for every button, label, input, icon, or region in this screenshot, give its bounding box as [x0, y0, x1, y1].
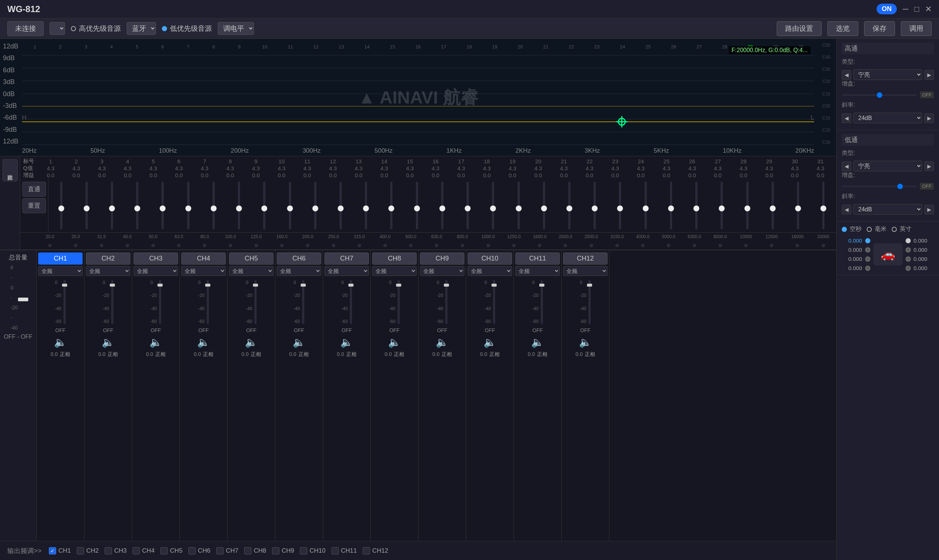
eq-slider-30[interactable] — [797, 182, 799, 229]
ch-speaker-ch5[interactable]: 🔈 — [245, 336, 258, 348]
eq-slider-20[interactable] — [543, 182, 545, 229]
eq-freq-dot-22[interactable] — [590, 244, 593, 247]
eq-slider-1[interactable] — [60, 182, 62, 229]
rsp-2-dot[interactable] — [905, 247, 911, 252]
high-pass-slope-prev[interactable]: ◀ — [842, 113, 851, 123]
eq-slider-29[interactable] — [771, 182, 774, 229]
eq-slider-26[interactable] — [695, 182, 697, 229]
ch-speaker-ch3[interactable]: 🔈 — [149, 336, 162, 348]
output-cb-ch3[interactable] — [105, 547, 112, 554]
eq-freq-dot-2[interactable] — [74, 244, 77, 247]
output-cb-ch1[interactable]: ✓ — [49, 547, 56, 554]
eq-freq-dot-13[interactable] — [357, 244, 361, 247]
ch-speaker-ch12[interactable]: 🔈 — [579, 336, 592, 348]
eq-slider-21[interactable] — [568, 182, 570, 229]
ch-select-ch8[interactable]: 全频 — [372, 266, 417, 276]
ch-fader-ch7[interactable] — [350, 280, 352, 324]
eq-slider-7[interactable] — [212, 182, 215, 229]
output-cb-ch5[interactable] — [160, 547, 168, 554]
eq-freq-dot-7[interactable] — [203, 244, 206, 247]
output-cb-ch9[interactable] — [272, 547, 279, 554]
eq-freq-dot-18[interactable] — [486, 244, 490, 247]
eq-freq-dot-25[interactable] — [667, 244, 670, 247]
ch-speaker-ch4[interactable]: 🔈 — [197, 336, 210, 348]
rsp-1-dot[interactable] — [905, 238, 911, 243]
ch-select-ch1[interactable]: 全频 — [38, 266, 83, 276]
ch-select-ch11[interactable]: 全频 — [516, 266, 560, 276]
eq-freq-dot-14[interactable] — [383, 244, 387, 247]
ch-select-ch9[interactable]: 全频 — [420, 266, 464, 276]
ch-speaker-ch6[interactable]: 🔈 — [292, 336, 305, 348]
low-priority-radio[interactable] — [162, 26, 167, 31]
select-button[interactable]: 选览 — [827, 21, 858, 36]
ch-fader-ch1[interactable] — [63, 280, 66, 324]
eq-freq-dot-3[interactable] — [100, 244, 103, 247]
eq-slider-25[interactable] — [670, 182, 672, 229]
compare-button[interactable]: 参比对比 — [3, 159, 18, 181]
eq-freq-dot-24[interactable] — [641, 244, 645, 247]
lsp-4-dot[interactable] — [865, 266, 870, 271]
output-cb-ch2[interactable] — [77, 547, 84, 554]
eq-freq-dot-28[interactable] — [744, 244, 748, 247]
eq-freq-dot-17[interactable] — [461, 244, 464, 247]
low-pass-slope-next[interactable]: ▶ — [924, 205, 934, 214]
eq-freq-dot-27[interactable] — [718, 244, 722, 247]
ch-button-ch11[interactable]: CH11 — [516, 252, 560, 265]
eq-freq-dot-15[interactable] — [409, 244, 413, 247]
maximize-button[interactable]: □ — [914, 5, 919, 14]
ch-select-ch5[interactable]: 全频 — [229, 266, 274, 276]
output-cb-ch12[interactable] — [363, 547, 370, 554]
ch-speaker-ch1[interactable]: 🔈 — [54, 336, 67, 348]
ch-fader-ch8[interactable] — [397, 280, 400, 324]
eq-slider-14[interactable] — [390, 182, 393, 229]
eq-freq-dot-21[interactable] — [563, 244, 567, 247]
low-pass-type-select[interactable]: 宁亮 — [853, 161, 922, 171]
ch-speaker-ch2[interactable]: 🔈 — [102, 336, 114, 348]
ch-speaker-ch8[interactable]: 🔈 — [388, 336, 401, 348]
ch-speaker-ch10[interactable]: 🔈 — [483, 336, 496, 348]
ch-button-ch4[interactable]: CH4 — [181, 252, 226, 265]
output-cb-ch6[interactable] — [188, 547, 195, 554]
eq-slider-12[interactable] — [340, 182, 342, 229]
ch-button-ch12[interactable]: CH12 — [563, 252, 608, 265]
save-button[interactable]: 保存 — [864, 21, 895, 36]
eq-slider-16[interactable] — [441, 182, 443, 229]
eq-slider-4[interactable] — [136, 182, 139, 229]
ch-button-ch10[interactable]: CH10 — [468, 252, 512, 265]
ch-button-ch5[interactable]: CH5 — [229, 252, 274, 265]
eq-freq-dot-23[interactable] — [615, 244, 619, 247]
eq-freq-dot-29[interactable] — [770, 244, 773, 247]
eq-slider-2[interactable] — [86, 182, 88, 229]
eq-freq-dot-5[interactable] — [151, 244, 155, 247]
eq-slider-11[interactable] — [314, 182, 316, 229]
eq-slider-23[interactable] — [619, 182, 621, 229]
lsp-1-dot[interactable] — [865, 238, 870, 243]
ch-select-ch7[interactable]: 全频 — [325, 266, 369, 276]
high-pass-type-select[interactable]: 宁亮 — [853, 69, 922, 80]
ch-fader-ch4[interactable] — [207, 280, 209, 324]
output-cb-ch10[interactable] — [300, 547, 307, 554]
eq-slider-17[interactable] — [466, 182, 469, 229]
minimize-button[interactable]: ─ — [903, 5, 908, 14]
routing-button[interactable]: 路由设置 — [777, 21, 822, 36]
lsp-2-dot[interactable] — [865, 247, 870, 252]
ch-button-ch1[interactable]: CH1 — [38, 252, 83, 265]
ch-select-ch4[interactable]: 全频 — [181, 266, 226, 276]
output-cb-ch4[interactable] — [132, 547, 140, 554]
unit-inch-radio[interactable] — [892, 227, 897, 232]
high-pass-next-button[interactable]: ▶ — [924, 70, 934, 80]
ch-fader-ch10[interactable] — [493, 280, 495, 324]
ch-fader-ch11[interactable] — [541, 280, 543, 324]
eq-freq-dot-4[interactable] — [126, 244, 129, 247]
ch-button-ch6[interactable]: CH6 — [277, 252, 321, 265]
eq-slider-9[interactable] — [263, 182, 265, 229]
on-toggle-button[interactable]: ON — [877, 4, 897, 14]
ch-select-ch12[interactable]: 全频 — [563, 266, 608, 276]
eq-slider-3[interactable] — [111, 182, 113, 229]
high-pass-prev-button[interactable]: ◀ — [842, 70, 851, 80]
rsp-4-dot[interactable] — [905, 266, 911, 271]
ch-fader-ch2[interactable] — [111, 280, 114, 324]
lsp-3-dot[interactable] — [865, 257, 870, 262]
eq-freq-dot-30[interactable] — [796, 244, 799, 247]
close-button[interactable]: ✕ — [925, 5, 932, 14]
